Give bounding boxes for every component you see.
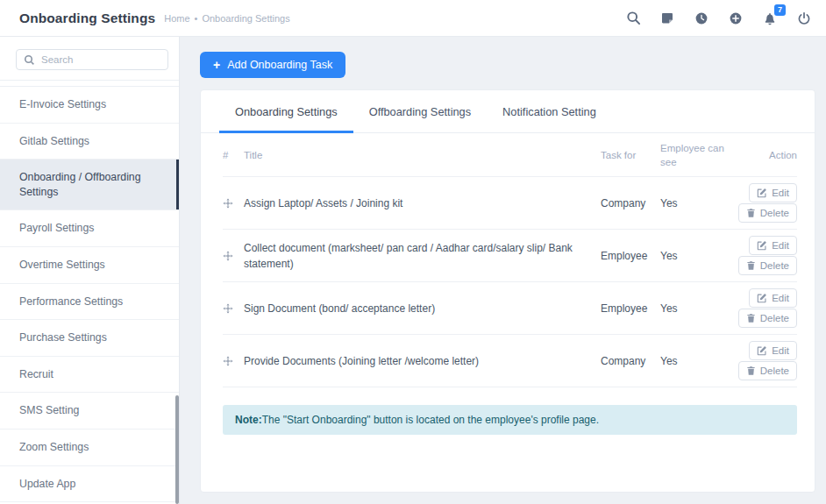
row-actions: Edit Delete [741,341,797,380]
main-content: + Add Onboarding Task Onboarding Setting… [180,37,826,504]
col-hash: # [223,149,240,163]
employee-can-see-value: Yes [660,353,737,369]
col-task-for: Task for [601,149,657,163]
sidebar: E-Invoice Settings Gitlab Settings Onboa… [0,37,180,504]
table-header: # Title Task for Employee can see Action [223,133,797,177]
sidebar-item-gitlab-settings[interactable]: Gitlab Settings [0,124,179,160]
edit-label: Edit [772,293,789,303]
power-icon[interactable] [794,9,814,28]
search-icon[interactable] [623,9,643,28]
delete-label: Delete [760,366,789,376]
edit-pencil-icon [757,188,767,198]
notification-badge: 7 [774,4,786,16]
edit-pencil-icon [757,293,767,303]
col-employee-can-see: Employee can see [660,142,737,169]
delete-label: Delete [760,313,789,323]
edit-button[interactable]: Edit [749,288,797,308]
sidebar-item-e-invoice-settings[interactable]: E-Invoice Settings [0,87,179,124]
table-row: Sign Document (bond/ acceptance letter) … [223,282,797,335]
row-actions: Edit Delete [741,183,797,223]
task-for-value: Company [601,195,657,211]
edit-pencil-icon [757,345,767,356]
task-for-value: Employee [601,248,657,264]
trash-icon [746,260,756,271]
edit-label: Edit [772,188,789,198]
note-text: The "Start Onboarding" button is located… [262,414,599,426]
employee-can-see-value: Yes [660,248,737,264]
drag-move-icon[interactable] [223,303,240,314]
delete-label: Delete [760,208,789,218]
task-title: Sign Document (bond/ acceptance letter) [244,301,597,316]
breadcrumb-separator: • [195,13,198,24]
drag-move-icon[interactable] [223,251,240,261]
task-title: Provide Documents (Joining letter /welco… [244,353,597,369]
notifications-bell-icon[interactable]: 7 [760,9,780,28]
trash-icon [746,366,756,376]
drag-move-icon[interactable] [223,198,240,209]
edit-button[interactable]: Edit [749,341,797,360]
add-onboarding-task-button[interactable]: + Add Onboarding Task [200,52,345,78]
sidebar-item-overtime-settings[interactable]: Overtime Settings [0,247,179,284]
table-row: Provide Documents (Joining letter /welco… [223,335,797,387]
settings-card: Onboarding Settings Offboarding Settings… [200,89,815,493]
add-onboarding-task-label: Add Onboarding Task [227,59,332,71]
trash-icon [746,313,756,323]
topbar: Onboarding Settings Home • Onboarding Se… [0,0,826,37]
sidebar-search-input[interactable] [16,49,168,70]
sidebar-item-zoom-settings[interactable]: Zoom Settings [0,429,179,466]
sidebar-item-recruit[interactable]: Recruit [0,357,179,394]
add-circle-icon[interactable] [726,9,745,28]
tab-bar: Onboarding Settings Offboarding Settings… [201,90,815,133]
delete-label: Delete [760,260,789,271]
tab-onboarding-settings[interactable]: Onboarding Settings [219,90,353,133]
sidebar-search-icon [24,53,35,69]
note-label: Note: [235,414,262,426]
sidebar-scrollbar-thumb[interactable] [175,395,179,504]
trash-icon [746,208,756,218]
sidebar-scrolled-item-sliver [0,80,179,87]
onboarding-tasks-table: # Title Task for Employee can see Action… [201,133,815,387]
card-bottom-spacer [201,435,815,465]
drag-move-icon[interactable] [223,356,240,366]
table-row: Assign Laptop/ Assets / Joining kit Comp… [223,177,797,230]
employee-can-see-value: Yes [660,195,737,211]
edit-label: Edit [772,240,789,251]
sidebar-item-onboarding-offboarding-settings[interactable]: Onboarding / Offboarding Settings [0,160,179,210]
sidebar-item-payroll-settings[interactable]: Payroll Settings [0,210,179,247]
breadcrumb-current: Onboarding Settings [202,13,289,24]
row-actions: Edit Delete [741,236,797,275]
edit-button[interactable]: Edit [749,236,797,255]
col-title: Title [244,149,597,163]
task-title: Assign Laptop/ Assets / Joining kit [244,195,597,211]
notes-icon[interactable] [658,9,677,28]
row-actions: Edit Delete [741,288,797,328]
delete-button[interactable]: Delete [738,309,797,328]
delete-button[interactable]: Delete [738,203,797,223]
task-title: Collect document (marksheet/ pan card / … [244,240,597,272]
edit-button[interactable]: Edit [749,183,797,202]
edit-pencil-icon [757,240,767,251]
sidebar-item-purchase-settings[interactable]: Purchase Settings [0,320,179,357]
note-banner: Note:The "Start Onboarding" button is lo… [223,405,797,435]
sidebar-search [16,49,167,70]
topbar-icons: 7 [623,9,814,28]
sidebar-item-update-app[interactable]: Update App [0,466,179,503]
task-for-value: Company [601,353,657,369]
delete-button[interactable]: Delete [738,256,797,275]
table-row: Collect document (marksheet/ pan card / … [223,230,797,282]
breadcrumb: Home • Onboarding Settings [164,13,290,24]
plus-icon: + [213,59,220,71]
employee-can-see-value: Yes [660,301,737,316]
edit-label: Edit [772,345,789,356]
tab-notification-setting[interactable]: Notification Setting [487,90,612,133]
sidebar-item-sms-setting[interactable]: SMS Setting [0,393,179,429]
tab-offboarding-settings[interactable]: Offboarding Settings [353,90,487,133]
breadcrumb-home[interactable]: Home [164,13,189,24]
task-for-value: Employee [601,301,657,316]
clock-icon[interactable] [692,9,711,28]
sidebar-item-performance-settings[interactable]: Performance Settings [0,284,179,321]
delete-button[interactable]: Delete [738,361,797,380]
col-action: Action [741,149,797,163]
page-title: Onboarding Settings [19,11,155,26]
